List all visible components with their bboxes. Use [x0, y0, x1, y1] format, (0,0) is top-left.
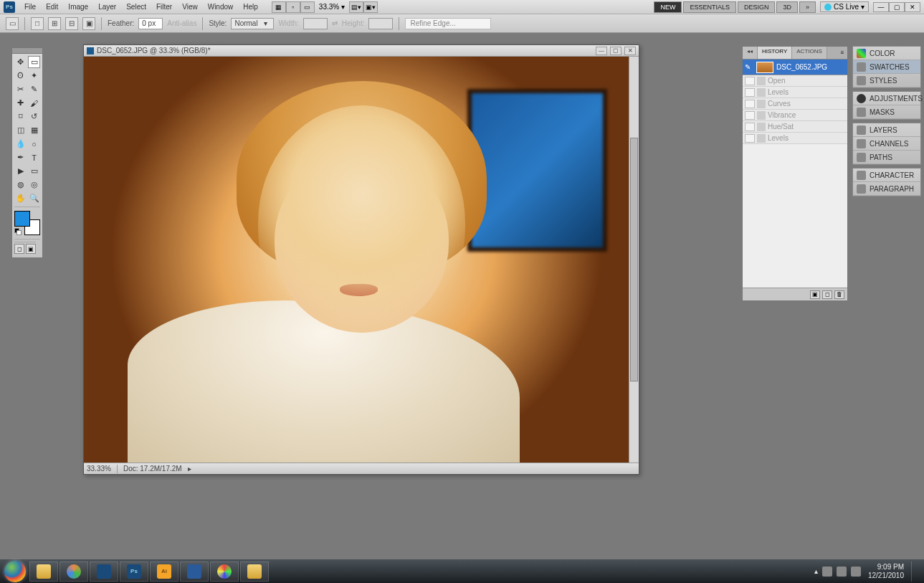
show-desktop-button[interactable] — [911, 561, 918, 582]
menu-layer[interactable]: Layer — [93, 1, 121, 13]
dock-styles[interactable]: STYLES — [853, 74, 920, 87]
maximize-button[interactable]: ▢ — [889, 2, 905, 12]
history-state[interactable]: Open — [743, 75, 847, 87]
eraser-tool[interactable]: ◫ — [14, 124, 27, 136]
document-canvas[interactable] — [84, 57, 629, 463]
move-tool[interactable]: ✥ — [14, 56, 27, 68]
brush-tool[interactable]: 🖌 — [28, 97, 40, 109]
launch-bridge-icon[interactable]: ▦ — [272, 1, 286, 13]
menu-edit[interactable]: Edit — [41, 1, 63, 13]
workspace-design[interactable]: DESIGN — [738, 1, 776, 13]
taskbar-chrome[interactable] — [59, 561, 88, 582]
marquee-tool[interactable]: ▭ — [28, 56, 40, 68]
close-button[interactable]: ✕ — [905, 2, 920, 12]
history-state[interactable]: Levels — [743, 133, 847, 144]
start-button[interactable] — [1, 559, 29, 583]
dock-masks[interactable]: MASKS — [853, 105, 920, 119]
feather-input[interactable]: 0 px — [138, 18, 163, 29]
tray-action-center-icon[interactable] — [822, 567, 832, 577]
view-extras-icon[interactable]: ▭ — [300, 1, 315, 13]
workspace-3d[interactable]: 3D — [776, 1, 798, 13]
tab-actions[interactable]: ACTIONS — [792, 47, 827, 59]
dock-swatches[interactable]: SWATCHES — [853, 60, 920, 74]
history-brush-tool[interactable]: ↺ — [28, 110, 40, 123]
workspace-more[interactable]: » — [799, 1, 816, 13]
add-selection-icon[interactable]: ⊞ — [48, 17, 61, 30]
snapshot-brush-icon[interactable]: ✎ — [745, 63, 753, 71]
3d-tool[interactable]: ◍ — [14, 179, 27, 191]
new-selection-icon[interactable]: □ — [31, 17, 44, 30]
cs-live-button[interactable]: CS Live▾ — [820, 1, 869, 12]
doc-close-button[interactable]: ✕ — [624, 47, 636, 55]
dock-paths[interactable]: PATHS — [853, 151, 920, 164]
screen-mode-icon[interactable]: ▣▾ — [363, 1, 378, 13]
lasso-tool[interactable]: ʘ — [14, 70, 27, 82]
3d-camera-tool[interactable]: ◎ — [28, 179, 40, 191]
workspace-new[interactable]: NEW — [654, 1, 682, 13]
taskbar-explorer[interactable] — [29, 561, 58, 582]
minimize-button[interactable]: — — [873, 2, 889, 12]
zoom-tool[interactable]: 🔍 — [28, 192, 40, 204]
menu-image[interactable]: Image — [63, 1, 93, 13]
dock-layers[interactable]: LAYERS — [853, 123, 920, 137]
menu-window[interactable]: Window — [203, 1, 239, 13]
foreground-color[interactable] — [14, 211, 30, 227]
path-select-tool[interactable]: ▶ — [14, 165, 27, 177]
history-state[interactable]: Vibrance — [743, 110, 847, 121]
dock-channels[interactable]: CHANNELS — [853, 137, 920, 151]
menu-select[interactable]: Select — [121, 1, 151, 13]
shape-tool[interactable]: ▭ — [28, 165, 40, 177]
screen-mode-tool-icon[interactable]: ▣ — [26, 244, 36, 254]
doc-maximize-button[interactable]: ▢ — [610, 47, 621, 55]
document-titlebar[interactable]: DSC_0652.JPG @ 33.3% (RGB/8)* — ▢ ✕ — [84, 45, 639, 57]
panel-menu-icon[interactable]: ≡ — [837, 47, 847, 59]
taskbar-picasa[interactable] — [210, 561, 239, 582]
tray-volume-icon[interactable] — [851, 567, 861, 577]
create-document-from-state-icon[interactable]: ▣ — [810, 290, 820, 299]
dock-paragraph[interactable]: PARAGRAPH — [853, 182, 920, 196]
history-state[interactable]: Curves — [743, 98, 847, 110]
launch-minibridge-icon[interactable]: ▫ — [286, 1, 300, 13]
tab-history[interactable]: HISTORY — [758, 47, 792, 59]
taskbar-clock[interactable]: 9:09 PM 12/21/2010 — [868, 563, 904, 580]
menu-filter[interactable]: Filter — [151, 1, 177, 13]
dock-adjustments[interactable]: ADJUSTMENTS — [853, 92, 920, 105]
eyedropper-tool[interactable]: ✎ — [28, 83, 40, 95]
taskbar-folder[interactable] — [240, 561, 269, 582]
vertical-scrollbar[interactable] — [629, 57, 639, 463]
taskbar-word[interactable] — [180, 561, 209, 582]
menu-help[interactable]: Help — [238, 1, 263, 13]
blur-tool[interactable]: 💧 — [14, 138, 27, 150]
type-tool[interactable]: T — [28, 151, 40, 163]
pen-tool[interactable]: ✒ — [14, 151, 27, 163]
gradient-tool[interactable]: ▦ — [28, 124, 40, 136]
dock-color[interactable]: COLOR — [853, 47, 920, 60]
style-dropdown[interactable]: Normal▾ — [231, 18, 274, 29]
history-state[interactable]: Levels — [743, 87, 847, 98]
refine-edge-button[interactable]: Refine Edge... — [405, 18, 491, 29]
doc-minimize-button[interactable]: — — [596, 47, 607, 55]
history-state[interactable]: Hue/Sat — [743, 121, 847, 133]
menu-file[interactable]: File — [19, 1, 41, 13]
taskbar-photoshop[interactable]: Ps — [120, 561, 148, 582]
delete-state-icon[interactable]: 🗑 — [834, 290, 844, 299]
doc-size-readout[interactable]: Doc: 17.2M/17.2M — [123, 465, 182, 473]
zoom-readout[interactable]: 33.33% — [87, 465, 111, 473]
arrange-documents-icon[interactable]: ▤▾ — [349, 1, 363, 13]
tray-show-hidden-icon[interactable]: ▴ — [814, 567, 818, 575]
status-menu-arrow[interactable]: ▸ — [188, 465, 191, 473]
dodge-tool[interactable]: ○ — [28, 138, 40, 150]
taskbar-ps-file[interactable] — [90, 561, 118, 582]
zoom-level-field[interactable]: 33.3% ▾ — [319, 3, 345, 11]
menu-view[interactable]: View — [177, 1, 203, 13]
quick-mask-icon[interactable]: ◻ — [14, 244, 24, 254]
tool-preset-icon[interactable]: ▭ — [6, 17, 19, 30]
clone-stamp-tool[interactable]: ⌑ — [14, 110, 27, 123]
subtract-selection-icon[interactable]: ⊟ — [65, 17, 78, 30]
intersect-selection-icon[interactable]: ▣ — [82, 17, 95, 30]
default-colors-icon[interactable] — [14, 228, 22, 235]
tray-network-icon[interactable] — [837, 567, 847, 577]
new-snapshot-icon[interactable]: ◻ — [822, 290, 832, 299]
hand-tool[interactable]: ✋ — [14, 192, 27, 204]
tools-panel-grip[interactable] — [11, 47, 43, 53]
